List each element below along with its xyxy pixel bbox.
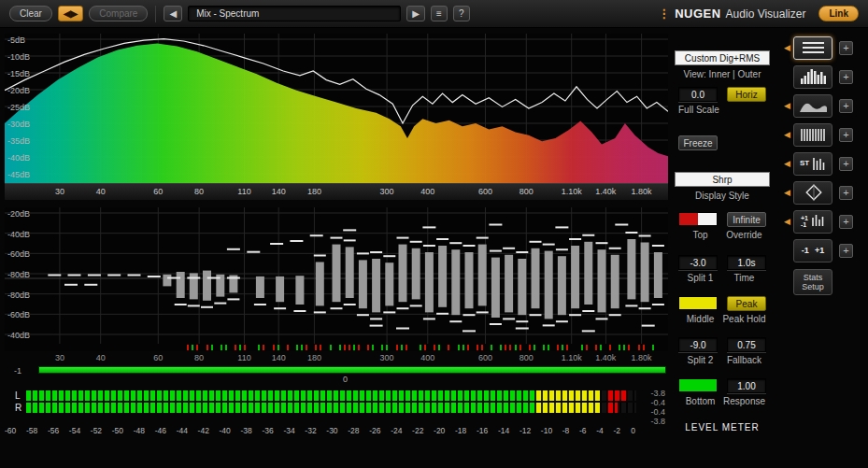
freq-label: 1.40k — [595, 353, 616, 362]
bottom-color-swatch[interactable] — [678, 378, 718, 392]
toolbar: Clear ◀▶ Compare ◀ Mix - Spectrum ▶ ≡ ? … — [0, 0, 868, 28]
split2-field[interactable]: -9.0 — [678, 337, 718, 352]
toolbar-separator — [155, 6, 156, 22]
add-slot-button[interactable]: + — [839, 215, 853, 229]
stats-setup-button[interactable]: Stats Setup — [793, 269, 832, 295]
slot-arrow-icon[interactable]: ◀ — [781, 159, 793, 168]
split1-label: Split 1 — [678, 273, 722, 283]
clear-button[interactable]: Clear — [9, 6, 52, 21]
display-style-select[interactable]: Shrp — [675, 172, 770, 187]
slot-arrow-icon[interactable]: ◀ — [781, 217, 793, 226]
prev-preset-button[interactable]: ◀ — [164, 6, 182, 21]
response-field[interactable]: 1.00 — [727, 378, 766, 393]
vectorscope-diamond-icon — [797, 183, 829, 202]
spectrum-analyzer-panel: -5dB-10dB-15dB-20dB-25dB-30dB-35dB-40dB-… — [5, 34, 668, 183]
add-slot-button[interactable]: + — [839, 99, 853, 113]
freq-label: 180 — [307, 353, 321, 362]
link-button[interactable]: Link — [818, 6, 859, 21]
response-label: Response — [722, 396, 766, 406]
horiz-button[interactable]: Horiz — [727, 87, 766, 102]
override-label: Override — [722, 230, 766, 240]
slot-button-stereo[interactable]: ST — [793, 152, 832, 176]
loudness-meter-icon — [810, 212, 825, 231]
readout-value: -0.4 — [650, 398, 665, 407]
scale-label: -18 — [455, 426, 466, 435]
histogram-panel: -20dB-40dB-60dB-80dB-80dB-60dB-40dB — [5, 207, 668, 344]
slot-arrow-icon[interactable]: ◀ — [781, 188, 793, 197]
full-scale-label: Full Scale — [678, 105, 774, 115]
middle-color-swatch[interactable] — [678, 296, 718, 310]
slot-arrow-icon[interactable]: ◀ — [781, 101, 793, 110]
slot-button-spectrum-bars[interactable] — [793, 65, 832, 89]
stereo-label: ST — [800, 160, 809, 167]
scale-label: -34 — [283, 426, 294, 435]
add-slot-button[interactable]: + — [839, 70, 853, 84]
help-button[interactable]: ? — [453, 6, 470, 21]
slot-row-1: ◀ + — [781, 35, 868, 60]
add-slot-button[interactable]: + — [839, 128, 853, 142]
override-button[interactable]: Infinite — [727, 212, 766, 227]
slot-button-spectrum-curve[interactable] — [793, 94, 832, 118]
freeze-button[interactable]: Freeze — [678, 135, 718, 150]
full-scale-field[interactable]: 0.0 — [678, 87, 718, 102]
histogram-plot — [5, 207, 668, 344]
scale-label: -54 — [69, 426, 80, 435]
add-slot-button[interactable]: + — [839, 157, 853, 171]
channel-label-right: R — [5, 403, 26, 413]
freq-label: 110 — [237, 187, 250, 196]
correlation-zero-label: 0 — [343, 375, 348, 384]
slot-arrow-icon[interactable]: ◀ — [781, 43, 793, 52]
scale-label: -24 — [391, 426, 402, 435]
preset-mode-select[interactable]: Custom Dig+RMS — [675, 50, 770, 65]
scale-label: -20 — [434, 426, 445, 435]
slot-arrow-icon[interactable]: ◀ — [781, 130, 793, 139]
freq-label: 40 — [96, 353, 106, 362]
slot-row-6: ◀ + — [781, 180, 868, 205]
time-field[interactable]: 1.0s — [727, 255, 766, 270]
freq-label: 140 — [272, 353, 286, 362]
freq-label: 800 — [519, 187, 534, 196]
freq-label: 1.80k — [632, 187, 652, 196]
freq-label: 300 — [380, 353, 394, 362]
scale-label: -40 — [220, 426, 231, 435]
meter-row-left: L — [5, 390, 668, 401]
slot-row-2: ◀ + — [781, 64, 868, 89]
slot-button-vectorscope[interactable] — [793, 181, 832, 205]
correlation-meter — [38, 366, 666, 374]
scale-label: -16 — [477, 426, 488, 435]
split1-field[interactable]: -3.0 — [678, 255, 718, 270]
menu-lines-icon — [797, 38, 829, 57]
fallback-label: Fallback — [722, 355, 766, 365]
top-color-swatch[interactable] — [678, 212, 718, 226]
scale-label: -44 — [177, 426, 188, 435]
peak-hold-label: Peak Hold — [722, 314, 766, 324]
freq-label: 60 — [153, 187, 163, 196]
fallback-field[interactable]: 0.75 — [727, 337, 766, 352]
stereo-bars-icon — [811, 154, 826, 173]
readout-value: -3.8 — [650, 417, 665, 426]
band-ticks — [5, 344, 668, 351]
add-slot-button[interactable]: + — [839, 41, 853, 55]
freq-label: 180 — [307, 187, 321, 196]
add-slot-button[interactable]: + — [839, 186, 853, 200]
stats-setup-line1: Stats — [794, 273, 832, 282]
scale-label: -52 — [91, 426, 102, 435]
curve-icon — [797, 96, 829, 115]
preset-name-field[interactable]: Mix - Spectrum — [188, 6, 401, 21]
preset-menu-button[interactable]: ≡ — [431, 6, 448, 21]
slot-button-meter-view[interactable] — [793, 36, 832, 60]
slot-button-dense-bars[interactable] — [793, 123, 832, 147]
slot-row-4: ◀ + — [781, 122, 868, 147]
slot-button-loudness-meter[interactable]: +1 -1 — [793, 210, 832, 234]
freq-label: 1.10k — [562, 187, 582, 196]
play-button[interactable]: ▶ — [406, 6, 425, 21]
add-slot-button[interactable]: + — [839, 244, 853, 258]
correlation-range-button[interactable]: -1 +1 — [793, 239, 832, 262]
scale-label: -32 — [305, 426, 316, 435]
mini-plus-label: +1 — [801, 215, 808, 221]
swap-arrows-button[interactable]: ◀▶ — [58, 6, 83, 21]
peak-hold-button[interactable]: Peak — [727, 296, 766, 311]
readout-value: -0.4 — [650, 407, 665, 417]
freq-label: 1.10k — [562, 353, 582, 362]
compare-button[interactable]: Compare — [89, 6, 148, 21]
